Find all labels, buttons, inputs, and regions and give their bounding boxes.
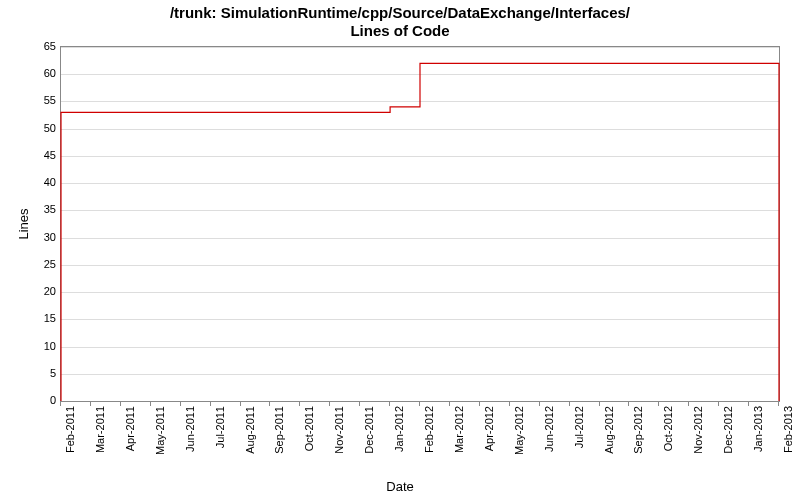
x-tick-mark: [359, 402, 360, 406]
y-tick-label: 25: [6, 258, 56, 270]
x-tick-label: Nov-2012: [692, 406, 704, 454]
y-tick-label: 20: [6, 285, 56, 297]
x-tick-label: Feb-2012: [423, 406, 435, 453]
y-tick-label: 10: [6, 340, 56, 352]
y-tick-label: 5: [6, 367, 56, 379]
x-tick-label: Oct-2011: [303, 406, 315, 451]
x-tick-mark: [539, 402, 540, 406]
data-line: [61, 47, 779, 401]
x-tick-mark: [90, 402, 91, 406]
x-tick-label: Jul-2011: [214, 406, 226, 448]
x-tick-label: Nov-2011: [333, 406, 345, 454]
x-tick-mark: [210, 402, 211, 406]
x-tick-label: Jan-2012: [393, 406, 405, 452]
chart-title: /trunk: SimulationRuntime/cpp/Source/Dat…: [0, 4, 800, 40]
x-tick-mark: [180, 402, 181, 406]
x-tick-mark: [60, 402, 61, 406]
plot-area: [60, 46, 780, 402]
x-tick-label: Sep-2011: [273, 406, 285, 454]
x-tick-label: Oct-2012: [662, 406, 674, 451]
y-tick-label: 30: [6, 231, 56, 243]
x-tick-label: Jun-2011: [184, 406, 196, 452]
x-tick-label: Mar-2011: [94, 406, 106, 453]
x-tick-mark: [569, 402, 570, 406]
x-tick-mark: [479, 402, 480, 406]
x-tick-label: Dec-2011: [363, 406, 375, 454]
x-tick-label: Aug-2012: [603, 406, 615, 454]
x-tick-label: Apr-2011: [124, 406, 136, 451]
x-tick-mark: [419, 402, 420, 406]
y-tick-label: 60: [6, 67, 56, 79]
y-tick-label: 35: [6, 203, 56, 215]
chart-title-line1: /trunk: SimulationRuntime/cpp/Source/Dat…: [170, 4, 630, 39]
x-tick-label: Jan-2013: [752, 406, 764, 452]
y-tick-label: 55: [6, 94, 56, 106]
x-tick-mark: [240, 402, 241, 406]
x-tick-mark: [120, 402, 121, 406]
y-tick-label: 65: [6, 40, 56, 52]
x-tick-label: Feb-2013: [782, 406, 794, 453]
x-tick-label: Feb-2011: [64, 406, 76, 453]
x-tick-label: May-2012: [513, 406, 525, 455]
y-tick-label: 40: [6, 176, 56, 188]
x-tick-label: Aug-2011: [244, 406, 256, 454]
x-tick-label: Dec-2012: [722, 406, 734, 454]
x-tick-mark: [329, 402, 330, 406]
x-tick-label: Jul-2012: [573, 406, 585, 448]
x-tick-label: Jun-2012: [543, 406, 555, 452]
x-tick-mark: [299, 402, 300, 406]
x-tick-mark: [748, 402, 749, 406]
x-tick-label: May-2011: [154, 406, 166, 455]
x-tick-mark: [150, 402, 151, 406]
x-tick-mark: [449, 402, 450, 406]
x-tick-label: Mar-2012: [453, 406, 465, 453]
series-path: [61, 63, 779, 401]
y-tick-label: 45: [6, 149, 56, 161]
y-tick-label: 50: [6, 122, 56, 134]
x-tick-label: Apr-2012: [483, 406, 495, 451]
x-tick-label: Sep-2012: [632, 406, 644, 454]
loc-chart: /trunk: SimulationRuntime/cpp/Source/Dat…: [0, 0, 800, 500]
x-tick-mark: [658, 402, 659, 406]
x-tick-mark: [509, 402, 510, 406]
x-tick-mark: [269, 402, 270, 406]
x-tick-mark: [778, 402, 779, 406]
x-tick-mark: [599, 402, 600, 406]
x-tick-mark: [718, 402, 719, 406]
x-tick-mark: [688, 402, 689, 406]
x-axis-label: Date: [0, 479, 800, 494]
x-tick-mark: [389, 402, 390, 406]
y-tick-label: 0: [6, 394, 56, 406]
x-tick-mark: [628, 402, 629, 406]
y-tick-label: 15: [6, 312, 56, 324]
